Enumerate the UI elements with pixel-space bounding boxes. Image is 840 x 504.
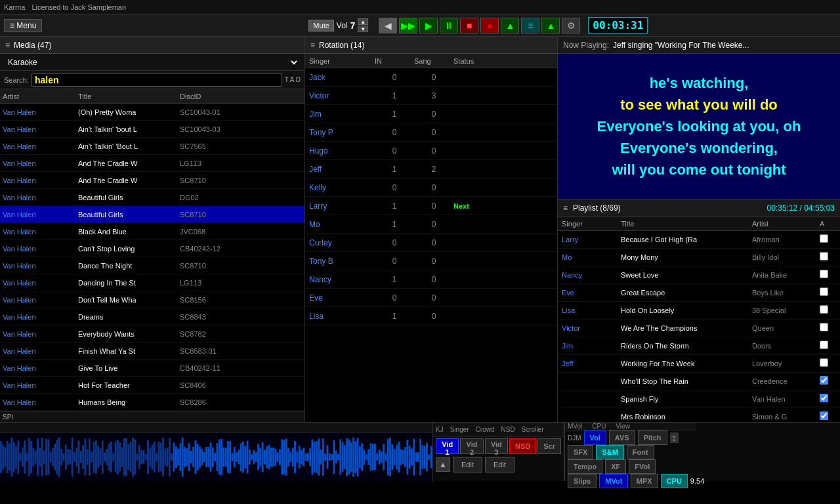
pitch-arrow-icon[interactable]: ↕ <box>670 432 679 443</box>
playlist-row[interactable]: Spanish Fly Van Halen <box>558 390 840 408</box>
fvol-button[interactable]: FVol <box>629 459 656 474</box>
playlist-row[interactable]: Lisa Hold On Loosely 38 Special <box>558 302 840 320</box>
sfx-button[interactable]: SFX <box>568 445 593 459</box>
middle-panel-menu-icon[interactable]: ≡ <box>310 41 315 50</box>
playlist-row[interactable]: Mrs Robinson Simon & G <box>558 408 840 422</box>
stop-button[interactable]: ■ <box>460 18 478 33</box>
mpx-button[interactable]: MPX <box>631 474 658 488</box>
sm-button[interactable]: S&M <box>596 445 623 459</box>
eq-button[interactable]: ▲ <box>541 18 560 33</box>
song-row[interactable]: Van Halen And The Cradle W SC8710 <box>0 172 304 189</box>
vol-button[interactable]: Vol <box>584 430 606 445</box>
rotation-row[interactable]: Tony P 0 0 <box>305 123 557 142</box>
settings-button[interactable]: ⚙ <box>562 18 580 33</box>
rotation-row[interactable]: Eve 0 0 <box>305 289 557 307</box>
rotation-row[interactable]: Nancy 1 0 <box>305 270 557 289</box>
svg-rect-66 <box>140 450 142 464</box>
rotation-row[interactable]: Mo 1 0 <box>305 215 557 234</box>
tempo-button[interactable]: Tempo <box>568 459 602 474</box>
song-row[interactable]: Van Halen Everybody Wants SC8782 <box>0 326 304 343</box>
rotation-row[interactable]: Jim 1 0 <box>305 105 557 123</box>
playlist-row[interactable]: Nancy Sweet Love Anita Bake <box>558 266 840 284</box>
svg-rect-8 <box>15 446 17 469</box>
slips-button[interactable]: Slips <box>568 474 597 488</box>
vol-up-button[interactable]: ▲ <box>358 18 368 25</box>
playlist-row[interactable]: Jeff Working For The Week Loverboy <box>558 355 840 373</box>
mute-button[interactable]: Mute <box>308 20 333 32</box>
vid2-button[interactable]: Vid 2 <box>460 438 483 454</box>
rotation-row[interactable]: Kelly 0 0 <box>305 178 557 197</box>
song-row[interactable]: Van Halen Beautiful Girls DG02 <box>0 189 304 206</box>
song-row[interactable]: Van Halen Beautiful Girls SC8710 <box>0 206 304 223</box>
song-row[interactable]: Van Halen Give To Live CB40242-11 <box>0 360 304 377</box>
song-row[interactable]: Van Halen Hot For Teacher SC8406 <box>0 377 304 394</box>
playlist-menu-icon[interactable]: ≡ <box>563 203 568 213</box>
left-arrow-button[interactable]: ▲ <box>436 457 450 472</box>
vid1-button[interactable]: Vid 1 <box>436 438 459 454</box>
song-row[interactable]: Van Halen Ain't Talkin' 'bout L SC10043-… <box>0 121 304 138</box>
svg-rect-21 <box>43 450 45 463</box>
rotation-row[interactable]: Tony B 0 0 <box>305 252 557 270</box>
lyrics-line: Everyone's wondering, <box>620 137 778 159</box>
playlist-row[interactable]: Mo Mony Mony Billy Idol <box>558 249 840 266</box>
rotation-row[interactable]: Larry 1 0 Next <box>305 197 557 215</box>
song-row[interactable]: Van Halen Dreams SC8843 <box>0 308 304 326</box>
song-row[interactable]: Van Halen Black And Blue JVC068 <box>0 223 304 240</box>
cpu-button[interactable]: CPU <box>661 474 688 488</box>
vid3-button[interactable]: Vid 3 <box>485 438 508 454</box>
playlist-row[interactable]: Who'll Stop The Rain Creedence <box>558 373 840 390</box>
song-row[interactable]: Van Halen Humans Being SC8286 <box>0 394 304 411</box>
song-row[interactable]: Van Halen Ain't Talkin' 'Bout L SC7565 <box>0 138 304 155</box>
scroller-label: Scroller <box>522 426 544 433</box>
avs-button[interactable]: AVS <box>609 430 635 445</box>
song-row[interactable]: Van Halen Can't Stop Loving CB40242-12 <box>0 240 304 257</box>
mvol-button[interactable]: MVol <box>599 474 627 488</box>
rotation-row[interactable]: Jack 0 0 <box>305 68 557 87</box>
menu-button[interactable]: ≡ Menu <box>4 19 42 32</box>
edit1-button[interactable]: Edit <box>453 457 482 472</box>
xf-button[interactable]: XF <box>605 459 626 474</box>
song-row[interactable]: Van Halen Dancing In The St LG113 <box>0 274 304 291</box>
rotation-row[interactable]: Jeff 1 2 <box>305 160 557 178</box>
search-input[interactable] <box>32 74 282 87</box>
song-row[interactable]: Van Halen And The Cradle W LG113 <box>0 155 304 172</box>
forward-button[interactable]: ▶▶ <box>399 18 417 33</box>
rotation-row[interactable]: Lisa 1 0 <box>305 307 557 326</box>
song-row[interactable]: Van Halen Don't Tell Me Wha SC8156 <box>0 291 304 308</box>
up-button[interactable]: ▲ <box>501 18 519 33</box>
svg-rect-142 <box>305 453 307 461</box>
list-button[interactable]: ≡ <box>521 18 539 33</box>
edit2-button[interactable]: Edit <box>485 457 514 472</box>
pause-button[interactable]: ⏸ <box>440 18 458 33</box>
rotation-row[interactable]: Victor 1 3 <box>305 87 557 105</box>
vol-down-button[interactable]: ▼ <box>358 26 368 32</box>
song-row[interactable]: Van Halen Finish What Ya St SC8583-01 <box>0 343 304 360</box>
svg-rect-27 <box>56 440 58 475</box>
karaoke-dropdown[interactable]: Karaoke <box>5 57 299 68</box>
svg-rect-71 <box>152 444 154 469</box>
play-button[interactable]: ▶ <box>419 18 438 33</box>
lyrics-line: to see what you will do <box>620 94 778 116</box>
left-panel-menu-icon[interactable]: ≡ <box>5 41 10 50</box>
svg-rect-70 <box>149 448 151 466</box>
record-button[interactable]: ● <box>480 18 499 33</box>
svg-rect-130 <box>279 449 281 465</box>
nsd-button[interactable]: NSD <box>509 438 536 454</box>
pitch-button[interactable]: Pitch <box>638 430 667 445</box>
playlist-row[interactable]: Eve Great Escape Boys Like <box>558 284 840 302</box>
rotation-row[interactable]: Hugo 0 0 <box>305 142 557 160</box>
playlist-row[interactable]: Larry Because I Got High (Ra Afroman <box>558 231 840 249</box>
svg-rect-51 <box>108 444 110 471</box>
rotation-row[interactable]: Curley 0 0 <box>305 234 557 252</box>
back-button[interactable]: ◀ <box>379 18 397 33</box>
scr-button[interactable]: Scr <box>537 438 561 454</box>
font-button[interactable]: Font <box>627 445 654 459</box>
song-row[interactable]: Van Halen (Oh) Pretty Woma SC10043-01 <box>0 104 304 121</box>
spi-label: SPI <box>3 413 13 421</box>
playlist-row[interactable]: Jim Riders On The Storm Doors <box>558 337 840 355</box>
svg-rect-133 <box>285 438 287 476</box>
svg-rect-37 <box>78 440 80 473</box>
svg-rect-74 <box>158 442 160 472</box>
playlist-row[interactable]: Victor We Are The Champions Queen <box>558 320 840 337</box>
song-row[interactable]: Van Halen Dance The Night SC8710 <box>0 257 304 274</box>
